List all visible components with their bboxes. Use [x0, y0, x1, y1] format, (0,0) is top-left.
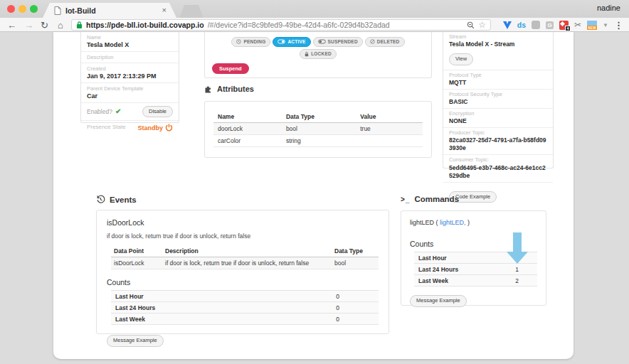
- extension-ds-icon[interactable]: ds: [517, 21, 526, 29]
- url-path: /#/device?id=8c9bfed9-49be-42d4-a6fc-029…: [208, 21, 390, 29]
- presence-state-row: Presence State Standby: [81, 121, 179, 134]
- device-status-card: PENDING ACTIVE SUSPENDED DELETED: [204, 32, 432, 78]
- back-icon[interactable]: ←: [7, 18, 16, 32]
- device-info-card: Name Tesla Model X Description Created J…: [80, 32, 179, 123]
- event-datapoints-table: Data Point Description Data Type isDoorL…: [111, 245, 379, 269]
- list-item: Last Week 2: [414, 275, 537, 287]
- events-message-example-button[interactable]: Message Example: [107, 335, 164, 347]
- events-heading: Events: [96, 195, 137, 204]
- extensions-row: ds G 4 ✂ NEW ▼ ⋮: [503, 18, 623, 32]
- extension-g-icon[interactable]: G: [546, 21, 554, 29]
- table-row: doorLock bool true: [213, 123, 423, 135]
- tab-favicon-icon: [54, 6, 61, 15]
- close-window-button[interactable]: [7, 5, 15, 13]
- device-field-description: Description: [81, 52, 179, 63]
- commands-heading: >_ Commands: [401, 195, 459, 203]
- list-item: Last Week 0: [111, 314, 379, 325]
- new-tab-button[interactable]: [179, 5, 204, 18]
- tab-close-icon[interactable]: ×: [162, 6, 166, 14]
- padlock-icon: [76, 21, 83, 29]
- puzzle-icon: [204, 85, 213, 93]
- device-field-created: Created Jan 9, 2017 2:13:29 PM: [81, 63, 179, 83]
- device-field-parent-template: Parent Device Template Car: [81, 83, 179, 103]
- browser-window: Iot-Build × nadine ← → ↻ ⌂ https://pde-b…: [0, 0, 629, 364]
- commands-card: lightLED ( lightLED, ) Counts Last Hour …: [401, 210, 546, 306]
- status-pill-pending[interactable]: PENDING: [231, 37, 270, 47]
- terminal-icon: >_: [401, 196, 410, 203]
- attributes-heading: Attributes: [204, 85, 254, 93]
- event-description: if door is lock, return true if door is …: [107, 232, 379, 240]
- list-item: Last 24 Hours 1: [414, 264, 537, 275]
- minimize-window-button[interactable]: [18, 5, 26, 13]
- browser-menu-icon[interactable]: ⋮: [614, 20, 623, 31]
- list-item: Last Hour 0: [111, 291, 379, 302]
- home-icon[interactable]: ⌂: [58, 18, 63, 32]
- status-pill-active[interactable]: ACTIVE: [273, 37, 310, 47]
- stream-field-protocol-type: Protocol Type MQTT: [443, 70, 553, 90]
- extension-v-icon[interactable]: [503, 21, 512, 29]
- toggle-off-icon: [318, 39, 326, 44]
- stream-field-protocol-security: Protocol Security Type BASIC: [443, 90, 553, 109]
- status-pill-row: PENDING ACTIVE SUSPENDED DELETED: [205, 37, 431, 47]
- zoom-out-icon[interactable]: [467, 21, 475, 29]
- suspend-button[interactable]: Suspend: [212, 63, 249, 74]
- events-card: isDoorLock if door is lock, return true …: [96, 210, 389, 334]
- scissors-icon[interactable]: ✂: [574, 21, 581, 29]
- table-row: isDoorLock if door is lock, return true …: [111, 257, 379, 269]
- page-background: Name Tesla Model X Description Created J…: [0, 32, 629, 364]
- disable-button[interactable]: Disable: [142, 106, 173, 118]
- attributes-table-header: Name Data Type Value: [213, 111, 423, 123]
- extension-red-glyph: [560, 21, 565, 26]
- device-name-value: Tesla Model X: [87, 41, 173, 50]
- toggle-on-icon: [278, 39, 285, 44]
- event-table-header: Data Point Description Data Type: [111, 245, 379, 257]
- command-signature: lightLED ( lightLED, ): [410, 219, 537, 226]
- url-origin: https://pde-bll.iot-build.covapp.io: [86, 21, 204, 29]
- status-pill-suspended[interactable]: SUSPENDED: [313, 37, 363, 47]
- window-controls: [7, 5, 38, 13]
- extension-gray-icon[interactable]: [532, 21, 540, 29]
- view-button[interactable]: View: [449, 53, 473, 65]
- event-name: isDoorLock: [107, 218, 379, 227]
- forward-icon[interactable]: →: [24, 18, 33, 32]
- zoom-window-button[interactable]: [30, 5, 38, 13]
- status-pill-locked[interactable]: LOCKED: [300, 49, 337, 59]
- extension-badge-count: 4: [565, 26, 571, 31]
- presence-state-value: Standby: [137, 124, 163, 132]
- tab-title: Iot-Build: [65, 6, 96, 15]
- events-counts-list: Last Hour 0 Last 24 Hours 0 Last Week 0: [111, 290, 379, 325]
- device-field-name: Name Tesla Model X: [81, 32, 179, 52]
- annotation-arrow-down-icon: [507, 232, 528, 264]
- attributes-card: Name Data Type Value doorLock bool true …: [204, 101, 432, 158]
- commands-message-example-button[interactable]: Message Example: [410, 295, 467, 307]
- bookmark-star-icon[interactable]: ☆: [478, 21, 486, 29]
- tab-iot-build[interactable]: Iot-Build ×: [43, 3, 176, 18]
- power-icon[interactable]: [165, 124, 173, 132]
- status-pill-deleted[interactable]: DELETED: [365, 37, 405, 47]
- address-bar[interactable]: https://pde-bll.iot-build.covapp.io/#/de…: [71, 19, 491, 31]
- browser-toolbar: ← → ↻ ⌂ https://pde-bll.iot-build.covapp…: [0, 18, 629, 32]
- extension-new-icon[interactable]: NEW: [587, 21, 597, 30]
- stream-field-consumer-topic: Consumer Topic: 5edd6495-e3b7-468c-ac24-…: [443, 155, 553, 182]
- stream-info-card: Stream Tesla Model X - Stream View Proto…: [443, 32, 554, 168]
- history-icon: [96, 195, 105, 204]
- reload-icon[interactable]: ↻: [41, 18, 48, 32]
- device-enabled-row: Enabled? ✔ Disable: [81, 103, 179, 122]
- chrome-profile-name: nadine: [597, 4, 620, 12]
- stream-field-encryption: Encryption NONE: [443, 109, 553, 128]
- table-row: carColor string: [213, 135, 423, 147]
- chevron-down-icon[interactable]: ▼: [603, 22, 608, 28]
- attributes-table: Name Data Type Value doorLock bool true …: [213, 111, 423, 147]
- clock-icon: [236, 39, 241, 44]
- no-entry-icon: [370, 39, 375, 44]
- list-item: Last 24 Hours 0: [111, 302, 379, 314]
- extension-new-label: NEW: [587, 26, 597, 30]
- command-link[interactable]: lightLED,: [440, 219, 466, 226]
- enabled-check-icon: ✔: [115, 108, 121, 115]
- stream-field-producer-topic: Producer Topic 82ca0327-25d7-4791-a7fa-b…: [443, 128, 553, 155]
- device-detail-container: Name Tesla Model X Description Created J…: [53, 32, 574, 359]
- lock-icon: [305, 51, 309, 57]
- events-counts-title: Counts: [107, 278, 379, 287]
- extension-red-badge-icon[interactable]: 4: [559, 21, 569, 30]
- stream-field-stream: Stream Tesla Model X - Stream View: [443, 32, 553, 70]
